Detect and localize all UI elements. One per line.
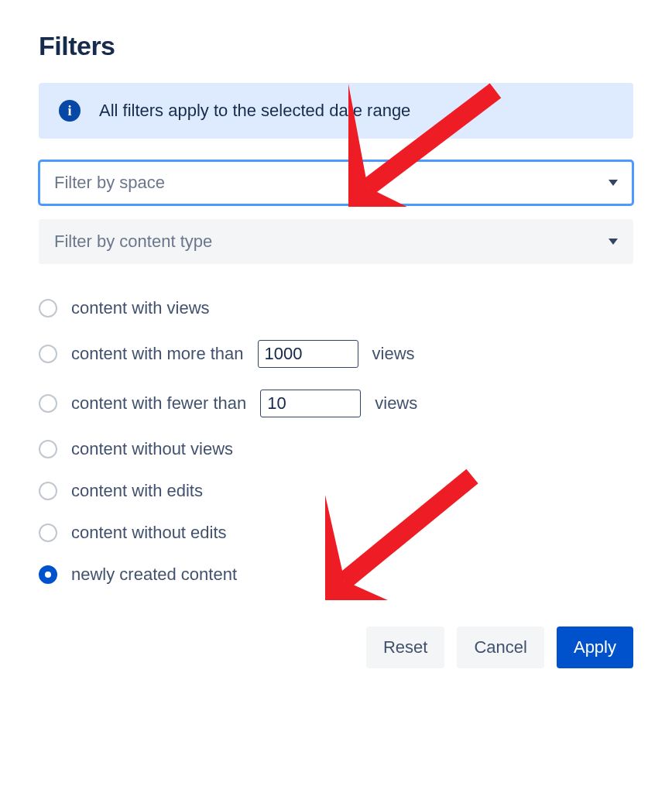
radio-content-fewer-than[interactable]: content with fewer than views xyxy=(39,379,633,428)
radio-icon[interactable] xyxy=(39,440,57,458)
radio-icon[interactable] xyxy=(39,299,57,318)
filters-heading: Filters xyxy=(39,31,633,61)
fewer-than-input[interactable] xyxy=(260,390,361,417)
radio-icon[interactable] xyxy=(39,345,57,363)
radio-label-suffix: views xyxy=(375,393,417,414)
radio-label: newly created content xyxy=(71,565,237,585)
content-filter-radio-group: content with views content with more tha… xyxy=(39,287,633,596)
dialog-buttons: Reset Cancel Apply xyxy=(39,627,633,668)
radio-label: content with views xyxy=(71,298,210,318)
chevron-down-icon xyxy=(609,239,618,245)
radio-label: content without edits xyxy=(71,523,227,543)
radio-content-with-views[interactable]: content with views xyxy=(39,287,633,329)
info-banner: All filters apply to the selected date r… xyxy=(39,83,633,139)
radio-newly-created-content[interactable]: newly created content xyxy=(39,554,633,596)
radio-icon[interactable] xyxy=(39,394,57,413)
radio-icon[interactable] xyxy=(39,565,57,584)
radio-content-without-edits[interactable]: content without edits xyxy=(39,512,633,554)
more-than-input[interactable] xyxy=(258,340,358,368)
apply-button[interactable]: Apply xyxy=(557,627,633,668)
radio-label: content with edits xyxy=(71,481,203,501)
cancel-button[interactable]: Cancel xyxy=(457,627,543,668)
radio-icon[interactable] xyxy=(39,482,57,500)
radio-label: content without views xyxy=(71,439,233,459)
radio-label: content with fewer than xyxy=(71,393,246,414)
radio-content-with-edits[interactable]: content with edits xyxy=(39,470,633,512)
radio-content-without-views[interactable]: content without views xyxy=(39,428,633,470)
filter-by-space-dropdown[interactable]: Filter by space xyxy=(39,160,633,205)
info-banner-text: All filters apply to the selected date r… xyxy=(99,101,410,121)
filter-by-content-type-dropdown[interactable]: Filter by content type xyxy=(39,219,633,264)
radio-label: content with more than xyxy=(71,344,244,364)
chevron-down-icon xyxy=(609,180,618,186)
radio-label-suffix: views xyxy=(372,344,415,364)
filter-by-space-label: Filter by space xyxy=(54,173,165,193)
filter-by-content-type-label: Filter by content type xyxy=(54,232,212,252)
reset-button[interactable]: Reset xyxy=(366,627,444,668)
info-icon xyxy=(59,100,81,122)
radio-icon[interactable] xyxy=(39,524,57,542)
radio-content-more-than[interactable]: content with more than views xyxy=(39,329,633,379)
